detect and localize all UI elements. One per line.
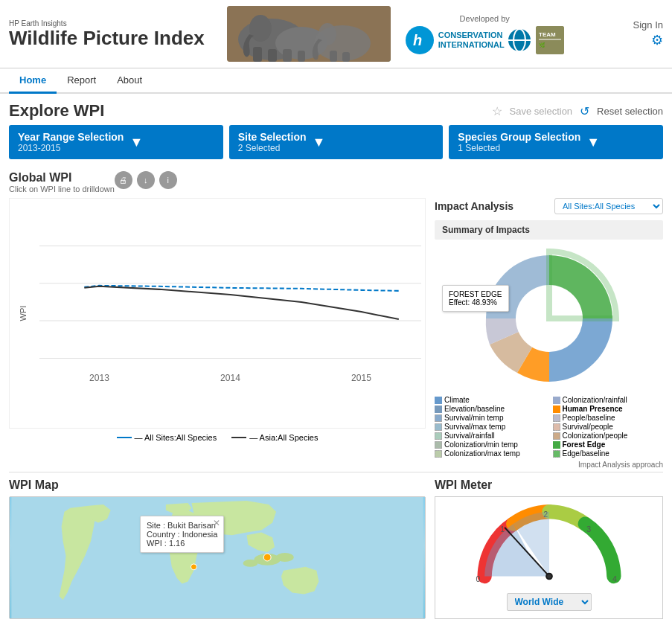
legend-climate: Climate [435, 396, 545, 404]
tooltip-country: Country : Indonesia [147, 530, 217, 539]
donut-chart: FOREST EDGE Effect: 48.93% [435, 244, 663, 393]
save-selection-button[interactable]: Save selection [510, 106, 573, 117]
header: HP Earth Insights Wildlife Picture Index [0, 0, 672, 68]
nav-home[interactable]: Home [9, 68, 57, 94]
wpi-meter-title: WPI Meter [435, 478, 663, 492]
legend-forest-dot [553, 441, 560, 449]
species-selection-bar[interactable]: Species Group Selection 1 Selected ▼ [449, 125, 663, 159]
svg-rect-5 [283, 49, 292, 62]
year-range-chevron: ▼ [129, 135, 143, 150]
chart-print-icon[interactable]: 🖨 [115, 171, 132, 189]
developed-label: Developed by [406, 14, 564, 23]
legend-all-sites: — All Sites:All Species [117, 433, 217, 442]
logo: HP Earth Insights Wildlife Picture Index [9, 19, 205, 49]
svg-rect-11 [342, 52, 350, 62]
year-range-bar[interactable]: Year Range Selection 2013-2015 ▼ [9, 125, 223, 159]
legend-colonization-min: Colonization/min temp [435, 440, 545, 449]
legend-edge-label: Edge/baseline [563, 449, 609, 458]
legend-elevation-dot [435, 406, 442, 413]
legend-col-max-dot [435, 450, 442, 458]
legend-col-rain-label: Colonization/rainfall [563, 396, 627, 404]
legend-col-rain-dot [553, 397, 560, 404]
wpi-meter-section: WPI Meter 0 1 2 3 4 [435, 478, 663, 619]
svg-text:h: h [413, 32, 422, 48]
line-chart: WPI 0 0.5 1 1.5 2013 2014 2015 [9, 198, 426, 429]
svg-rect-4 [268, 49, 277, 62]
chart-download-icon[interactable]: ↓ [137, 171, 155, 189]
global-wpi-header: Global WPI Click on WPI line to drilldow… [0, 167, 672, 195]
navigation: Home Report About [0, 68, 672, 94]
developed-by: Developed by h CONSERVATION INTERNATIONA… [406, 14, 564, 54]
map-background: ✕ Site : Bukit Barisan Country : Indones… [10, 497, 425, 618]
explore-header: Explore WPI ☆ Save selection ↺ Reset sel… [0, 94, 672, 125]
legend-line-dark [231, 437, 246, 438]
legend-surv-min-label: Survival/min temp [444, 414, 503, 422]
legend-surv-max-label: Survival/max temp [444, 423, 505, 431]
signin-link[interactable]: Sign In [633, 19, 663, 31]
partner-logos: h CONSERVATION INTERNATIONAL [406, 26, 564, 54]
legend-colonization-rainfall: Colonization/rainfall [553, 396, 664, 404]
legend-surv-max-dot [435, 423, 442, 431]
impact-dropdown[interactable]: All Sites:All Species [554, 198, 663, 214]
svg-point-9 [319, 23, 336, 45]
explore-actions: ☆ Save selection ↺ Reset selection [492, 104, 663, 118]
legend-surv-min-dot [435, 414, 442, 422]
map-container[interactable]: ✕ Site : Bukit Barisan Country : Indones… [9, 496, 426, 619]
legend-climate-label: Climate [444, 396, 470, 404]
wpi-map-title: WPI Map [9, 478, 426, 492]
species-selection-value: 1 Selected [458, 143, 580, 153]
world-wide-dropdown[interactable]: World Wide [507, 593, 592, 611]
ci-text-line2: INTERNATIONAL [438, 40, 505, 49]
legend-col-min-dot [435, 441, 442, 449]
svg-point-34 [276, 553, 294, 562]
legend-survival-people: Survival/people [553, 423, 664, 431]
legend-survival-max: Survival/max temp [435, 423, 545, 431]
svg-text:4: 4 [612, 574, 616, 583]
legend-people-label: People/baseline [563, 414, 615, 422]
donut-tooltip: FOREST EDGE Effect: 48.93% [442, 285, 509, 312]
svg-rect-16 [536, 26, 564, 54]
ci-text-line1: CONSERVATION [438, 31, 505, 39]
legend-edge-dot [553, 450, 560, 458]
hp-logo: h [406, 26, 434, 54]
gear-icon[interactable]: ⚙ [633, 32, 663, 48]
team-logo: TEAM 🌿 [536, 26, 564, 54]
map-tooltip-close[interactable]: ✕ [213, 518, 220, 528]
legend-people-baseline: People/baseline [553, 414, 664, 422]
meter-footer: World Wide [507, 593, 592, 611]
site-selection-chevron: ▼ [312, 135, 325, 150]
nav-report[interactable]: Report [57, 68, 106, 92]
svg-point-35 [243, 560, 258, 567]
legend-col-ppl-label: Colonization/people [563, 432, 628, 440]
legend-survival-min: Survival/min temp [435, 414, 545, 422]
nav-about[interactable]: About [106, 68, 153, 92]
legend-colonization-people: Colonization/people [553, 432, 664, 440]
legend-people-dot [553, 414, 560, 422]
chart-actions: 🖨 ↓ i [115, 171, 177, 189]
line-chart-area: WPI 0 0.5 1 1.5 2013 2014 2015 [9, 198, 426, 469]
legend-surv-rain-dot [435, 432, 442, 440]
svg-point-7 [249, 15, 272, 42]
svg-rect-6 [298, 51, 305, 62]
wpi-map-section: WPI Map [9, 478, 426, 619]
chart-info-icon[interactable]: i [159, 171, 177, 189]
reset-selection-button[interactable]: Reset selection [597, 106, 663, 117]
svg-text:2014: 2014 [220, 373, 240, 383]
svg-text:3: 3 [586, 525, 591, 534]
site-selection-bar[interactable]: Site Selection 2 Selected ▼ [229, 125, 444, 159]
reset-icon: ↺ [580, 104, 589, 118]
impact-approach-label: Impact Analysis approach [435, 461, 663, 469]
impact-analysis: Impact Analysis All Sites:All Species Su… [435, 198, 663, 469]
bottom-content: WPI Map [0, 472, 672, 625]
svg-point-36 [263, 554, 271, 561]
svg-text:🌿: 🌿 [539, 42, 545, 48]
species-selection-chevron: ▼ [586, 135, 600, 150]
legend-human-label: Human Presence [563, 405, 623, 413]
global-wpi-title: Global WPI [9, 171, 115, 185]
meter-container: 0 1 2 3 4 World Wide [435, 496, 663, 619]
legend-human-presence: Human Presence [553, 405, 664, 413]
tooltip-wpi: WPI : 1.16 [147, 539, 217, 548]
legend-col-max-label: Colonization/max temp [444, 449, 520, 458]
legend-asia: — Asia:All Species [231, 433, 318, 442]
chart-svg: 0 0.5 1 1.5 2013 2014 2015 [39, 206, 421, 406]
